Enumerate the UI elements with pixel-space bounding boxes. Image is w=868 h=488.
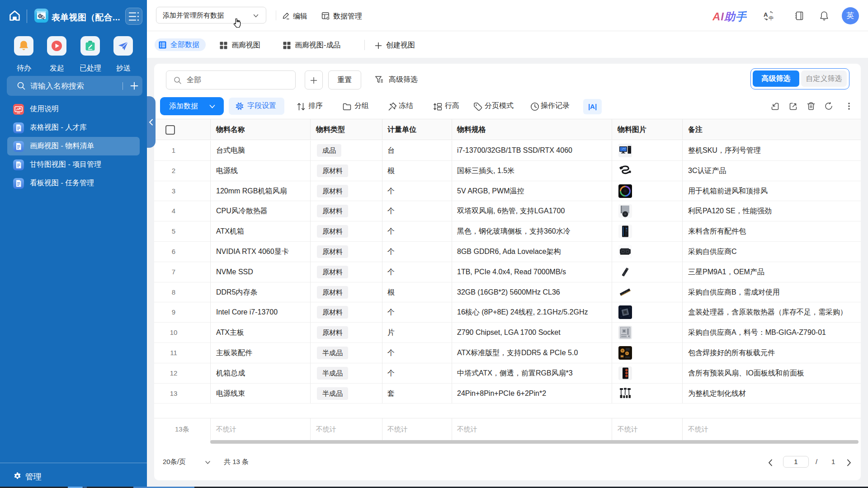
svg-text:A: A	[764, 11, 768, 18]
svg-text:中: 中	[769, 15, 774, 21]
